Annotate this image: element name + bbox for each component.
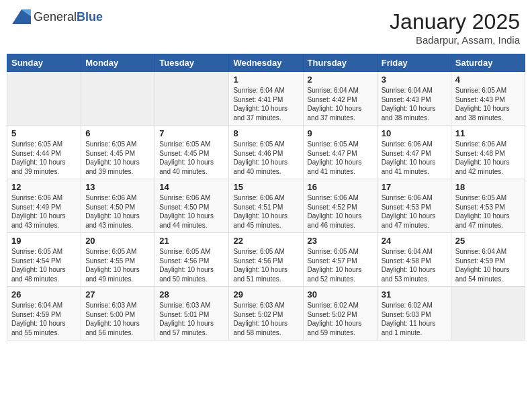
day-number: 6 xyxy=(85,128,150,138)
day-number: 12 xyxy=(11,182,77,192)
day-info: Sunrise: 6:03 AM Sunset: 5:01 PM Dayligh… xyxy=(159,301,224,337)
day-cell: 27Sunrise: 6:03 AM Sunset: 5:00 PM Dayli… xyxy=(81,287,155,340)
day-info: Sunrise: 6:06 AM Sunset: 4:49 PM Dayligh… xyxy=(11,193,77,230)
day-info: Sunrise: 6:04 AM Sunset: 4:42 PM Dayligh… xyxy=(308,86,373,122)
day-number: 1 xyxy=(233,75,298,85)
day-cell: 15Sunrise: 6:06 AM Sunset: 4:51 PM Dayli… xyxy=(229,179,303,233)
day-number: 10 xyxy=(382,128,447,138)
day-info: Sunrise: 6:04 AM Sunset: 4:59 PM Dayligh… xyxy=(11,301,77,337)
day-header-sunday: Sunday xyxy=(7,54,81,72)
day-cell: 6Sunrise: 6:05 AM Sunset: 4:45 PM Daylig… xyxy=(81,126,155,179)
day-info: Sunrise: 6:06 AM Sunset: 4:51 PM Dayligh… xyxy=(233,193,298,230)
day-cell: 19Sunrise: 6:05 AM Sunset: 4:54 PM Dayli… xyxy=(7,233,81,287)
day-cell: 31Sunrise: 6:02 AM Sunset: 5:03 PM Dayli… xyxy=(377,287,451,340)
day-info: Sunrise: 6:05 AM Sunset: 4:56 PM Dayligh… xyxy=(159,247,224,283)
day-cell: 16Sunrise: 6:06 AM Sunset: 4:52 PM Dayli… xyxy=(303,179,377,233)
day-cell: 8Sunrise: 6:05 AM Sunset: 4:46 PM Daylig… xyxy=(229,126,303,179)
day-cell: 24Sunrise: 6:04 AM Sunset: 4:58 PM Dayli… xyxy=(377,233,451,287)
day-number: 26 xyxy=(11,289,77,300)
day-info: Sunrise: 6:06 AM Sunset: 4:47 PM Dayligh… xyxy=(382,140,447,176)
day-info: Sunrise: 6:06 AM Sunset: 4:53 PM Dayligh… xyxy=(382,193,447,230)
day-info: Sunrise: 6:02 AM Sunset: 5:02 PM Dayligh… xyxy=(308,301,373,337)
day-cell: 13Sunrise: 6:06 AM Sunset: 4:50 PM Dayli… xyxy=(81,179,155,233)
day-info: Sunrise: 6:04 AM Sunset: 4:41 PM Dayligh… xyxy=(233,86,298,122)
day-cell: 29Sunrise: 6:03 AM Sunset: 5:02 PM Dayli… xyxy=(229,287,303,340)
day-number: 3 xyxy=(382,75,447,85)
day-header-wednesday: Wednesday xyxy=(229,54,303,72)
day-info: Sunrise: 6:06 AM Sunset: 4:50 PM Dayligh… xyxy=(159,193,224,230)
day-cell: 30Sunrise: 6:02 AM Sunset: 5:02 PM Dayli… xyxy=(303,287,377,340)
day-cell: 11Sunrise: 6:06 AM Sunset: 4:48 PM Dayli… xyxy=(451,126,525,179)
calendar-body: 1Sunrise: 6:04 AM Sunset: 4:41 PM Daylig… xyxy=(7,72,525,340)
day-number: 21 xyxy=(159,236,224,246)
logo: GeneralBlue xyxy=(12,9,103,24)
title-block: January 2025 Badarpur, Assam, India xyxy=(390,9,520,46)
day-header-monday: Monday xyxy=(81,54,155,72)
calendar-header-row: SundayMondayTuesdayWednesdayThursdayFrid… xyxy=(7,54,525,72)
day-cell xyxy=(7,72,81,126)
day-info: Sunrise: 6:05 AM Sunset: 4:47 PM Dayligh… xyxy=(308,140,373,176)
day-info: Sunrise: 6:05 AM Sunset: 4:45 PM Dayligh… xyxy=(85,140,150,176)
day-number: 20 xyxy=(85,236,150,246)
day-header-friday: Friday xyxy=(377,54,451,72)
day-number: 24 xyxy=(382,236,447,246)
day-number: 23 xyxy=(308,236,373,246)
logo-general: General xyxy=(34,10,77,24)
day-cell: 22Sunrise: 6:05 AM Sunset: 4:56 PM Dayli… xyxy=(229,233,303,287)
week-row-5: 26Sunrise: 6:04 AM Sunset: 4:59 PM Dayli… xyxy=(7,287,525,340)
day-number: 4 xyxy=(455,75,521,85)
day-info: Sunrise: 6:02 AM Sunset: 5:03 PM Dayligh… xyxy=(382,301,447,337)
day-cell: 10Sunrise: 6:06 AM Sunset: 4:47 PM Dayli… xyxy=(377,126,451,179)
day-cell: 23Sunrise: 6:05 AM Sunset: 4:57 PM Dayli… xyxy=(303,233,377,287)
day-info: Sunrise: 6:05 AM Sunset: 4:46 PM Dayligh… xyxy=(233,140,298,176)
week-row-3: 12Sunrise: 6:06 AM Sunset: 4:49 PM Dayli… xyxy=(7,179,525,233)
day-info: Sunrise: 6:06 AM Sunset: 4:48 PM Dayligh… xyxy=(455,140,521,176)
day-cell: 17Sunrise: 6:06 AM Sunset: 4:53 PM Dayli… xyxy=(377,179,451,233)
day-info: Sunrise: 6:05 AM Sunset: 4:56 PM Dayligh… xyxy=(233,247,298,283)
day-info: Sunrise: 6:04 AM Sunset: 4:58 PM Dayligh… xyxy=(382,247,447,283)
day-number: 19 xyxy=(11,236,77,246)
day-cell: 2Sunrise: 6:04 AM Sunset: 4:42 PM Daylig… xyxy=(303,72,377,126)
day-cell: 20Sunrise: 6:05 AM Sunset: 4:55 PM Dayli… xyxy=(81,233,155,287)
day-cell xyxy=(451,287,525,340)
day-number: 7 xyxy=(159,128,224,138)
day-info: Sunrise: 6:05 AM Sunset: 4:43 PM Dayligh… xyxy=(455,86,521,122)
day-cell: 5Sunrise: 6:05 AM Sunset: 4:44 PM Daylig… xyxy=(7,126,81,179)
day-header-thursday: Thursday xyxy=(303,54,377,72)
day-cell: 9Sunrise: 6:05 AM Sunset: 4:47 PM Daylig… xyxy=(303,126,377,179)
day-cell: 12Sunrise: 6:06 AM Sunset: 4:49 PM Dayli… xyxy=(7,179,81,233)
day-number: 25 xyxy=(455,236,521,246)
week-row-1: 1Sunrise: 6:04 AM Sunset: 4:41 PM Daylig… xyxy=(7,72,525,126)
day-number: 15 xyxy=(233,182,298,192)
day-cell: 1Sunrise: 6:04 AM Sunset: 4:41 PM Daylig… xyxy=(229,72,303,126)
day-number: 11 xyxy=(455,128,521,138)
day-cell: 3Sunrise: 6:04 AM Sunset: 4:43 PM Daylig… xyxy=(377,72,451,126)
day-header-saturday: Saturday xyxy=(451,54,525,72)
day-number: 8 xyxy=(233,128,298,138)
day-cell xyxy=(155,72,229,126)
day-number: 14 xyxy=(159,182,224,192)
logo-blue: Blue xyxy=(77,10,103,24)
day-number: 13 xyxy=(85,182,150,192)
day-info: Sunrise: 6:04 AM Sunset: 4:43 PM Dayligh… xyxy=(382,86,447,122)
day-number: 9 xyxy=(308,128,373,138)
day-number: 18 xyxy=(455,182,521,192)
day-cell: 18Sunrise: 6:05 AM Sunset: 4:53 PM Dayli… xyxy=(451,179,525,233)
day-cell: 28Sunrise: 6:03 AM Sunset: 5:01 PM Dayli… xyxy=(155,287,229,340)
week-row-2: 5Sunrise: 6:05 AM Sunset: 4:44 PM Daylig… xyxy=(7,126,525,179)
day-cell: 25Sunrise: 6:04 AM Sunset: 4:59 PM Dayli… xyxy=(451,233,525,287)
month-title: January 2025 xyxy=(390,9,520,34)
day-number: 2 xyxy=(308,75,373,85)
day-info: Sunrise: 6:03 AM Sunset: 5:00 PM Dayligh… xyxy=(85,301,150,337)
day-number: 30 xyxy=(308,289,373,300)
day-cell: 4Sunrise: 6:05 AM Sunset: 4:43 PM Daylig… xyxy=(451,72,525,126)
day-info: Sunrise: 6:04 AM Sunset: 4:59 PM Dayligh… xyxy=(455,247,521,283)
location-title: Badarpur, Assam, India xyxy=(390,34,520,46)
day-info: Sunrise: 6:05 AM Sunset: 4:57 PM Dayligh… xyxy=(308,247,373,283)
day-info: Sunrise: 6:05 AM Sunset: 4:54 PM Dayligh… xyxy=(11,247,77,283)
page-header: GeneralBlue January 2025 Badarpur, Assam… xyxy=(7,7,525,48)
day-number: 31 xyxy=(382,289,447,300)
week-row-4: 19Sunrise: 6:05 AM Sunset: 4:54 PM Dayli… xyxy=(7,233,525,287)
day-number: 17 xyxy=(382,182,447,192)
day-info: Sunrise: 6:05 AM Sunset: 4:53 PM Dayligh… xyxy=(455,193,521,230)
